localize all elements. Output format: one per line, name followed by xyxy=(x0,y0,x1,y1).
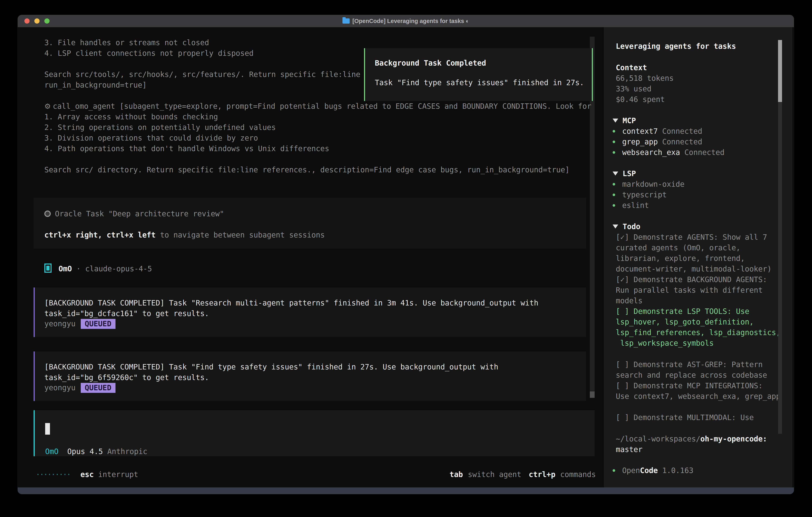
app-version: OpenCode 1.0.163 xyxy=(622,465,693,476)
app-name-bold: Code xyxy=(640,466,658,475)
lsp-item-name: eslint xyxy=(622,200,649,211)
lsp-section-header[interactable]: LSP xyxy=(613,168,636,179)
chevron-down-icon xyxy=(613,171,618,175)
ctrlp-key-hint: ctrl+p xyxy=(529,469,555,480)
task-message-1: [BACKGROUND TASK COMPLETED] Task "Resear… xyxy=(34,288,586,337)
agent-checkbox-icon xyxy=(45,264,52,273)
traffic-lights xyxy=(24,19,50,24)
status-dot-icon xyxy=(613,204,615,207)
tab-key-label: switch agent xyxy=(468,469,521,480)
context-heading: Context xyxy=(616,62,647,73)
task-message-text: [BACKGROUND TASK COMPLETED] Task "Find t… xyxy=(45,362,498,383)
todo-done-items: [✓] Demonstrate AGENTS: Show all 7 curat… xyxy=(616,232,772,306)
mcp-item: websearch_exa Connected xyxy=(613,147,724,158)
todo-active-item: [ ] Demonstrate LSP TOOLS: Use lsp_hover… xyxy=(616,306,780,349)
version-row: OpenCode 1.0.163 xyxy=(613,465,693,476)
window-title: [OpenCode] Leveraging agents for tasks ◐ xyxy=(352,18,469,24)
tool-call-text: call_omo_agent [subagent_type=explore, p… xyxy=(53,101,591,112)
workspace-path-prefix: ~/local-workspaces/ xyxy=(616,435,700,443)
lsp-heading: LSP xyxy=(622,168,636,179)
window-bottom-strip xyxy=(18,487,794,494)
task-message-2: [BACKGROUND TASK COMPLETED] Task "Find t… xyxy=(34,351,586,401)
close-button[interactable] xyxy=(24,19,30,24)
status-dot-icon xyxy=(613,140,615,143)
session-title: Leveraging agents for tasks xyxy=(616,41,736,52)
esc-key-hint: esc xyxy=(80,469,94,480)
notification-body: Task "Find type safety issues" finished … xyxy=(375,77,584,88)
workspace-path: ~/local-workspaces/oh-my-opencode: xyxy=(616,434,767,444)
chevron-down-icon xyxy=(613,224,618,228)
status-badge: QUEUED xyxy=(81,319,115,329)
mcp-item-status: Connected xyxy=(662,126,702,137)
status-dot-icon xyxy=(613,151,615,154)
context-stats: 66,518 tokens 33% used $0.46 spent xyxy=(616,73,674,105)
mcp-item: grep_app Connected xyxy=(613,137,702,147)
oracle-panel: Oracle Task "Deep architecture review" c… xyxy=(34,197,586,249)
lsp-item: markdown-oxide xyxy=(613,179,685,190)
working-indicator-dots: ········· xyxy=(36,469,70,480)
lsp-item: typescript xyxy=(613,190,667,200)
todo-heading: Todo xyxy=(622,221,640,232)
agent-name: OmO xyxy=(59,264,72,274)
mcp-heading: MCP xyxy=(622,115,636,126)
zoom-button[interactable] xyxy=(45,19,50,24)
input-provider-label: Anthropic xyxy=(107,446,147,457)
tool-call-details: 1. Array access without bounds checking … xyxy=(45,112,570,175)
main-scrollbar-thumb[interactable] xyxy=(590,391,594,398)
workspace-repo: oh-my-opencode: xyxy=(700,435,767,443)
app-version-number: 1.0.163 xyxy=(658,466,693,475)
status-dot-icon xyxy=(613,183,615,186)
agent-header: OmO · claude-opus-4-5 xyxy=(45,264,152,274)
oracle-title: Oracle Task "Deep architecture review" xyxy=(55,209,224,219)
mcp-section-header[interactable]: MCP xyxy=(613,115,636,126)
task-message-footer: yeongyuQUEUED xyxy=(45,319,115,329)
todo-pending-items: [ ] Demonstrate AST-GREP: Pattern search… xyxy=(616,359,780,402)
background-task-notification: Background Task Completed Task "Find typ… xyxy=(364,48,593,101)
statusbar-right: tab switch agent ctrl+p commands xyxy=(450,469,596,480)
status-dot-icon xyxy=(613,469,615,472)
text-cursor xyxy=(45,423,50,435)
minimize-button[interactable] xyxy=(34,19,39,24)
lsp-item-name: typescript xyxy=(622,190,667,200)
mcp-item-name: grep_app xyxy=(622,137,658,147)
mcp-item: context7 Connected xyxy=(613,126,702,137)
folder-icon xyxy=(343,19,350,24)
task-author: yeongyu xyxy=(45,383,76,392)
notification-title: Background Task Completed xyxy=(375,58,486,69)
input-model-label: Opus 4.5 xyxy=(67,446,103,457)
ctrlp-key-label: commands xyxy=(560,469,596,480)
oracle-hint-rest: to navigate between subagent sessions xyxy=(156,231,325,239)
task-author: yeongyu xyxy=(45,320,76,328)
lsp-item: eslint xyxy=(613,200,649,211)
task-message-footer: yeongyuQUEUED xyxy=(45,382,115,393)
app-name-dim: Open xyxy=(622,466,640,475)
mcp-item-name: websearch_exa xyxy=(622,147,680,158)
radio-circle-icon xyxy=(45,211,51,217)
sidebar-scrollbar-track[interactable] xyxy=(778,102,782,434)
workspace-branch: master xyxy=(616,444,643,455)
input-footer: OmO Opus 4.5 Anthropic xyxy=(45,446,147,457)
status-dot-icon xyxy=(613,193,615,196)
status-badge: QUEUED xyxy=(81,383,115,393)
todo-section-header[interactable]: Todo xyxy=(613,221,640,232)
gear-icon: ⚙ xyxy=(45,101,51,112)
mcp-item-status: Connected xyxy=(662,137,702,147)
oracle-hint-keys: ctrl+x right, ctrl+x left xyxy=(45,231,156,239)
task-message-text: [BACKGROUND TASK COMPLETED] Task "Resear… xyxy=(45,298,539,319)
oracle-title-row: Oracle Task "Deep architecture review" xyxy=(45,209,224,219)
mcp-item-name: context7 xyxy=(622,126,658,137)
tool-call-row: ⚙ call_omo_agent [subagent_type=explore,… xyxy=(45,101,591,112)
oracle-hint: ctrl+x right, ctrl+x left to navigate be… xyxy=(45,230,325,240)
esc-key-label: interrupt xyxy=(98,469,138,480)
window-titlebar[interactable]: [OpenCode] Leveraging agents for tasks ◐ xyxy=(18,15,794,27)
input-agent-label: OmO xyxy=(45,446,59,457)
mcp-item-status: Connected xyxy=(685,147,724,158)
sidebar-scrollbar-thumb[interactable] xyxy=(778,40,782,102)
status-dot-icon xyxy=(613,130,615,133)
chevron-down-icon xyxy=(613,118,618,123)
prompt-input[interactable]: OmO Opus 4.5 Anthropic xyxy=(34,410,594,456)
lsp-item-name: markdown-oxide xyxy=(622,179,685,190)
statusbar-left: ········· esc interrupt xyxy=(36,469,138,480)
agent-model: · claude-opus-4-5 xyxy=(76,264,152,274)
todo-pending-item-multimodal: [ ] Demonstrate MULTIMODAL: Use xyxy=(616,412,754,423)
